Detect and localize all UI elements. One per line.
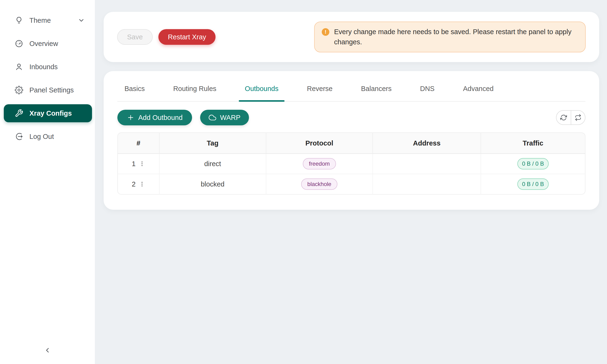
traffic-badge: 0 B / 0 B (517, 179, 549, 190)
row-tag: direct (159, 154, 266, 174)
sidebar-item-log-out[interactable]: Log Out (4, 128, 92, 145)
warning-exclamation-icon: ! (322, 28, 329, 36)
column-header-protocol: Protocol (266, 132, 373, 154)
row-index: 2 (132, 180, 136, 188)
tab-outbounds[interactable]: Outbounds (245, 80, 279, 101)
table-row: 2 blocked blackhole 0 B / 0 B (117, 174, 585, 195)
chevron-left-icon (44, 347, 51, 354)
sidebar-item-inbounds[interactable]: Inbounds (4, 58, 92, 76)
protocol-badge: blackhole (301, 179, 337, 190)
alert-message: Every change made here needs to be saved… (334, 27, 578, 47)
add-outbound-button[interactable]: Add Outbound (117, 110, 192, 125)
plus-icon (127, 114, 134, 121)
row-menu-kebab-icon[interactable] (139, 160, 145, 168)
tab-dns[interactable]: DNS (420, 80, 434, 101)
sidebar-item-label: Xray Configs (29, 109, 72, 117)
save-button[interactable]: Save (117, 29, 153, 45)
add-outbound-label: Add Outbound (138, 114, 183, 122)
actions-row: Add Outbound WARP (117, 110, 585, 125)
sidebar-item-label: Log Out (29, 133, 54, 141)
sidebar-item-xray-configs[interactable]: Xray Configs (4, 104, 92, 122)
repeat-icon (575, 114, 581, 121)
sidebar: Theme Overview Inbounds (0, 0, 95, 364)
sidebar-item-overview[interactable]: Overview (4, 35, 92, 52)
xray-configs-card: Basics Routing Rules Outbounds Reverse B… (104, 71, 599, 210)
chevron-down-icon (78, 17, 85, 24)
outbounds-table: # Tag Protocol Address Traffic 1 (117, 132, 585, 195)
wrench-icon (15, 109, 23, 117)
traffic-badge: 0 B / 0 B (517, 158, 549, 169)
row-menu-kebab-icon[interactable] (139, 180, 145, 188)
column-header-address: Address (373, 132, 481, 154)
tab-advanced[interactable]: Advanced (463, 80, 494, 101)
sidebar-item-label: Panel Settings (29, 86, 74, 94)
row-address (373, 154, 481, 174)
logout-icon (15, 132, 23, 141)
outbounds-table-wrap: # Tag Protocol Address Traffic 1 (117, 132, 585, 195)
tab-reverse[interactable]: Reverse (307, 80, 332, 101)
tab-balancers[interactable]: Balancers (361, 80, 392, 101)
row-tag: blocked (159, 174, 266, 195)
row-index: 1 (132, 160, 136, 168)
sidebar-item-theme[interactable]: Theme (4, 11, 92, 29)
column-header-traffic: Traffic (481, 132, 585, 154)
warp-label: WARP (220, 114, 240, 122)
row-address (373, 174, 481, 195)
toolbar-card: Save Restart Xray ! Every change made he… (104, 12, 599, 62)
sidebar-item-label: Theme (29, 17, 51, 25)
sidebar-item-label: Inbounds (29, 63, 58, 71)
sidebar-item-label: Overview (29, 40, 58, 48)
dashboard-icon (15, 39, 23, 48)
column-header-tag: Tag (159, 132, 266, 154)
sidebar-collapse-button[interactable] (40, 343, 54, 357)
refresh-button[interactable] (556, 111, 571, 124)
reset-traffic-button[interactable] (571, 111, 585, 124)
protocol-badge: freedom (303, 158, 336, 169)
column-header-index: # (117, 132, 159, 154)
gear-icon (15, 86, 23, 94)
restart-warning-alert: ! Every change made here needs to be sav… (314, 22, 586, 52)
sidebar-item-panel-settings[interactable]: Panel Settings (4, 81, 92, 99)
tab-bar: Basics Routing Rules Outbounds Reverse B… (117, 80, 585, 102)
tab-routing-rules[interactable]: Routing Rules (173, 80, 216, 101)
tab-basics[interactable]: Basics (124, 80, 145, 101)
restart-xray-button[interactable]: Restart Xray (158, 29, 215, 45)
table-header-row: # Tag Protocol Address Traffic (117, 132, 585, 154)
refresh-icon (560, 114, 567, 121)
user-icon (15, 63, 23, 71)
table-row: 1 direct freedom 0 B / 0 B (117, 154, 585, 174)
lightbulb-icon (15, 16, 23, 25)
cloud-icon (209, 114, 216, 121)
table-tools-group (556, 110, 585, 125)
main-content: Save Restart Xray ! Every change made he… (95, 0, 607, 364)
warp-button[interactable]: WARP (200, 110, 249, 125)
